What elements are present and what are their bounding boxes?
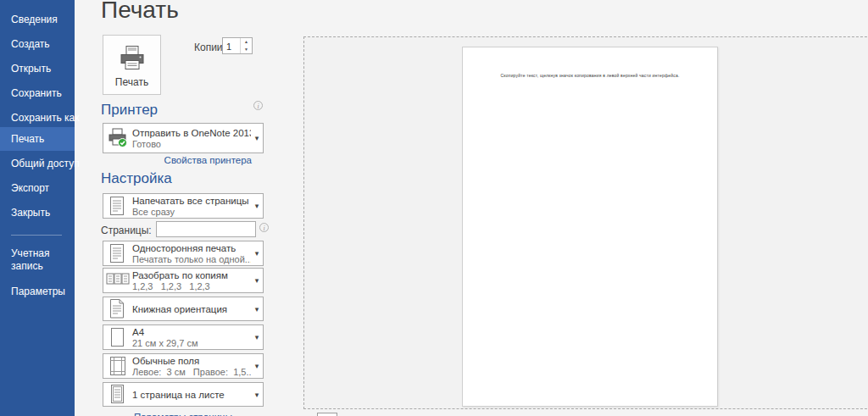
copies-stepper[interactable]: ▲ ▼ [222, 37, 253, 54]
print-button-label: Печать [103, 76, 160, 88]
page-navigation-fragment[interactable] [317, 413, 337, 416]
spin-down-icon[interactable]: ▼ [241, 46, 252, 53]
setting-dropdown-orientation[interactable]: Книжная ориентация ▾ [103, 297, 264, 321]
printer-section-heading: Принтер [101, 102, 158, 119]
dropdown-title: Книжная ориентация [132, 304, 251, 314]
printer-info-icon[interactable]: i [253, 101, 263, 110]
margins-icon [103, 356, 132, 377]
settings-section-heading: Настройка [101, 170, 172, 187]
printer-status: Готово [132, 139, 251, 149]
chevron-down-icon: ▾ [251, 134, 263, 142]
dropdown-subtitle: Левое: 3 см Правое: 1,5... [132, 367, 251, 377]
print-all-pages-icon [103, 196, 132, 217]
pages-label: Страницы: [101, 225, 152, 236]
page-setup-link[interactable]: Параметры страницы [103, 412, 264, 416]
setting-dropdown-print-range[interactable]: Напечатать все страницы Все сразу ▾ [103, 193, 264, 219]
portrait-orientation-icon [103, 298, 132, 319]
dropdown-title: A4 [132, 327, 251, 337]
sidebar-item-save[interactable]: Сохранить [0, 81, 75, 105]
chevron-down-icon: ▾ [251, 362, 263, 370]
chevron-down-icon: ▾ [251, 249, 263, 258]
sidebar-item-close[interactable]: Закрыть [0, 201, 75, 225]
printer-select-dropdown[interactable]: Отправить в OneNote 2013 Готово ▾ [103, 123, 264, 153]
sidebar-divider [11, 235, 62, 236]
preview-page: Скопируйте текст, щелкнув значок копиров… [462, 47, 718, 407]
chevron-down-icon: ▾ [251, 202, 263, 210]
printer-icon [117, 45, 147, 72]
dropdown-title: Обычные поля [132, 356, 251, 366]
dropdown-subtitle: 21 см x 29,7 см [132, 338, 251, 348]
sidebar-item-save-as[interactable]: Сохранить как [0, 106, 75, 130]
dropdown-title: Разобрать по копиям [132, 270, 251, 280]
print-preview-area: Скопируйте текст, щелкнув значок копиров… [303, 36, 868, 409]
paper-size-icon [103, 327, 132, 348]
dropdown-title: Односторонняя печать [132, 243, 251, 253]
chevron-down-icon: ▾ [251, 333, 263, 341]
sidebar-item-export[interactable]: Экспорт [0, 176, 75, 200]
backstage-sidebar: Сведения Создать Открыть Сохранить Сохра… [0, 0, 75, 416]
sidebar-item-account[interactable]: Учетная запись [0, 244, 59, 276]
sidebar-item-print[interactable]: Печать [0, 127, 75, 151]
sidebar-item-info[interactable]: Сведения [0, 8, 75, 31]
copies-label: Копии: [194, 42, 225, 53]
chevron-down-icon: ▾ [251, 305, 263, 313]
dropdown-subtitle: Печатать только на одной... [132, 254, 251, 264]
one-sided-print-icon [103, 243, 132, 264]
setting-dropdown-collate[interactable]: Разобрать по копиям 1,2,3 1,2,3 1,2,3 ▾ [103, 268, 264, 293]
setting-dropdown-paper-size[interactable]: A4 21 см x 29,7 см ▾ [103, 324, 264, 350]
preview-page-text: Скопируйте текст, щелкнув значок копиров… [471, 73, 709, 78]
sidebar-item-options[interactable]: Параметры [0, 280, 75, 303]
pages-per-sheet-icon [103, 384, 132, 405]
setting-dropdown-margins[interactable]: Обычные поля Левое: 3 см Правое: 1,5... … [103, 353, 264, 379]
setting-dropdown-pages-per-sheet[interactable]: 1 страница на листе ▾ [103, 382, 264, 407]
pages-info-icon[interactable]: i [259, 223, 269, 232]
printer-name: Отправить в OneNote 2013 [132, 128, 251, 138]
dropdown-title: Напечатать все страницы [132, 196, 251, 206]
dropdown-title: 1 страница на листе [132, 390, 251, 400]
printer-properties-link[interactable]: Свойства принтера [103, 155, 252, 165]
page-title: Печать [101, 0, 179, 24]
pages-input[interactable] [156, 221, 256, 237]
spin-up-icon[interactable]: ▲ [241, 38, 252, 46]
print-button[interactable]: Печать [103, 35, 161, 95]
chevron-down-icon: ▾ [251, 391, 263, 399]
sidebar-item-share[interactable]: Общий доступ [0, 152, 75, 175]
sidebar-item-new[interactable]: Создать [0, 32, 75, 56]
sidebar-item-open[interactable]: Открыть [0, 57, 75, 80]
copies-spin-buttons: ▲ ▼ [240, 38, 252, 53]
backstage-print-view: Сведения Создать Открыть Сохранить Сохра… [0, 0, 868, 416]
printer-device-icon [103, 128, 132, 148]
dropdown-subtitle: 1,2,3 1,2,3 1,2,3 [132, 281, 251, 291]
setting-dropdown-duplex[interactable]: Односторонняя печать Печатать только на … [103, 241, 264, 266]
collate-icon [103, 271, 132, 290]
dropdown-subtitle: Все сразу [132, 207, 251, 217]
chevron-down-icon: ▾ [251, 276, 263, 285]
